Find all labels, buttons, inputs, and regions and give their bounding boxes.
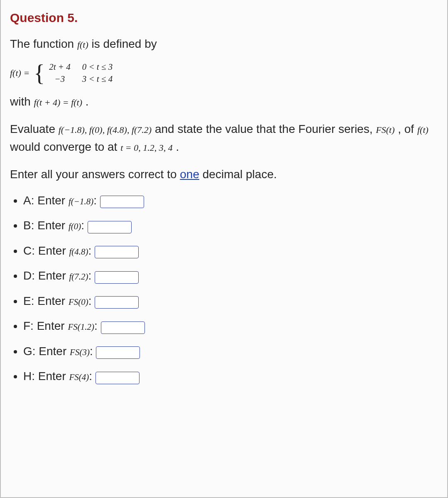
item-expr: f(7.2) <box>69 272 88 282</box>
item-verb: Enter <box>37 194 65 207</box>
question-card: Question 5. The function f(t) is defined… <box>0 0 448 498</box>
piecewise-expr-0: 2t + 4 <box>49 62 71 72</box>
item-verb: Enter <box>37 219 65 232</box>
answer-list: A: Enter f(−1.8): B: Enter f(0): C: Ente… <box>10 194 438 384</box>
answer-item-h: H: Enter FS(4): <box>23 370 438 384</box>
intro-fn: f(t) <box>77 39 88 50</box>
periodic-pre: with <box>10 95 34 108</box>
instruction-post: decimal place. <box>203 168 277 181</box>
intro-line: The function f(t) is defined by <box>10 35 438 53</box>
answer-item-a: A: Enter f(−1.8): <box>23 194 438 209</box>
eval-mid2: , of <box>398 123 417 135</box>
answer-input-c[interactable] <box>95 246 139 258</box>
periodic-line: with f(t + 4) = f(t) . <box>10 93 438 110</box>
item-letter: G <box>23 345 32 358</box>
piecewise-brace: { <box>34 63 45 83</box>
eval-fs: FS(t) <box>376 125 394 135</box>
answer-input-b[interactable] <box>88 221 132 233</box>
piecewise-cond-0: 0 < t ≤ 3 <box>82 62 113 72</box>
answer-input-d[interactable] <box>95 271 139 284</box>
item-verb: Enter <box>39 345 66 358</box>
item-letter: C <box>23 244 32 257</box>
question-title: Question 5. <box>10 11 438 25</box>
answer-item-e: E: Enter FS(0): <box>23 294 438 309</box>
item-expr: f(−1.8) <box>69 196 93 206</box>
item-expr: f(4.8) <box>69 247 88 257</box>
answer-item-f: F: Enter FS(1.2): <box>23 319 438 334</box>
answer-input-h[interactable] <box>95 372 140 384</box>
piecewise-cases: 2t + 4 0 < t ≤ 3 −3 3 < t ≤ 4 <box>49 62 113 84</box>
item-expr: FS(1.2) <box>68 322 94 332</box>
item-expr: FS(4) <box>69 372 89 382</box>
one-link[interactable]: one <box>180 168 199 181</box>
eval-pre: Evaluate <box>10 123 59 135</box>
eval-end: . <box>176 140 179 153</box>
eval-mid3: would converge to at <box>10 140 120 153</box>
intro-pre: The function <box>10 37 77 50</box>
item-verb: Enter <box>37 294 65 307</box>
answer-input-f[interactable] <box>101 321 145 334</box>
answer-item-b: B: Enter f(0): <box>23 219 438 233</box>
answer-input-g[interactable] <box>96 346 140 359</box>
item-verb: Enter <box>38 370 66 383</box>
piecewise-lhs: f(t) = <box>10 68 29 79</box>
intro-post: is defined by <box>92 37 157 50</box>
periodic-eqn: f(t + 4) = f(t) <box>34 97 82 108</box>
item-letter: E <box>23 294 31 307</box>
eval-fn: f(t) <box>417 125 428 135</box>
item-letter: H <box>23 370 32 383</box>
instruction-pre: Enter all your answers correct to <box>10 168 180 181</box>
eval-list: f(−1.8), f(0), f(4.8), f(7.2) <box>59 125 152 135</box>
eval-mid1: and state the value that the Fourier ser… <box>155 123 376 135</box>
piecewise-cond-1: 3 < t ≤ 4 <box>82 74 113 84</box>
answer-item-d: D: Enter f(7.2): <box>23 269 438 284</box>
item-verb: Enter <box>38 244 66 257</box>
evaluate-line: Evaluate f(−1.8), f(0), f(4.8), f(7.2) a… <box>10 120 438 156</box>
answer-input-a[interactable] <box>100 196 144 208</box>
item-letter: A <box>23 194 31 207</box>
piecewise-expr-1: −3 <box>49 74 71 84</box>
periodic-post: . <box>86 95 89 108</box>
item-expr: FS(3) <box>70 347 90 357</box>
item-expr: FS(0) <box>69 297 88 307</box>
answer-item-g: G: Enter FS(3): <box>23 345 438 359</box>
instruction-line: Enter all your answers correct to one de… <box>10 165 438 183</box>
piecewise-definition: f(t) = { 2t + 4 0 < t ≤ 3 −3 3 < t ≤ 4 <box>10 62 438 84</box>
item-letter: D <box>23 269 32 282</box>
item-expr: f(0) <box>69 221 81 231</box>
answer-input-e[interactable] <box>95 296 139 309</box>
answer-item-c: C: Enter f(4.8): <box>23 244 438 259</box>
item-letter: B <box>23 219 31 232</box>
item-letter: F <box>23 319 30 332</box>
eval-tvals: t = 0, 1.2, 3, 4 <box>120 142 172 153</box>
item-verb: Enter <box>38 269 66 282</box>
item-verb: Enter <box>37 319 65 332</box>
